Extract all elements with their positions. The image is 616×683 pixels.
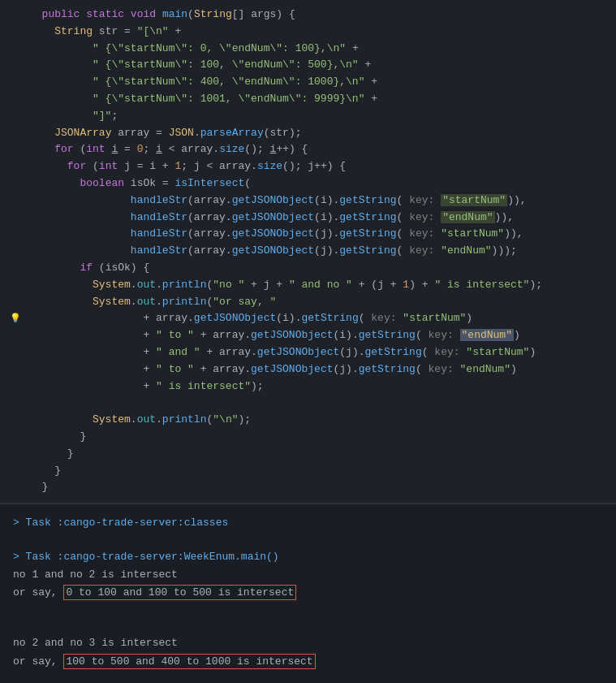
code-text	[29, 395, 616, 412]
code-line: }	[0, 429, 616, 446]
code-line	[0, 395, 616, 412]
code-line: }	[0, 446, 616, 463]
code-line: }	[0, 463, 616, 480]
code-text: " {\"startNum\": 1001, \"endNum\": 9999}…	[29, 91, 616, 108]
code-line: handleStr(array.getJSONObject(j).getStri…	[0, 226, 616, 243]
code-line: + " to " + array.getJSONObject(j).getStr…	[0, 361, 616, 378]
code-text: handleStr(array.getJSONObject(j).getStri…	[29, 226, 616, 243]
code-line: if (isOk) {	[0, 260, 616, 277]
code-text: " {\"startNum\": 0, \"endNum\": 100},\n"…	[29, 41, 616, 58]
code-line: public static void main(String[] args) {	[0, 6, 616, 24]
code-line: handleStr(array.getJSONObject(i).getStri…	[0, 210, 616, 227]
code-text: public static void main(String[] args) {	[29, 6, 616, 24]
terminal-blank-2	[13, 602, 603, 618]
code-text: }	[29, 429, 616, 446]
code-text: System.out.println("\n");	[29, 412, 616, 429]
code-text: String str = "[\n" +	[29, 24, 616, 41]
highlight-intersect-2: 100 to 500 and 400 to 1000 is intersect	[63, 654, 315, 669]
code-text: + " to " + array.getJSONObject(j).getStr…	[29, 361, 616, 378]
code-line: JSONArray array = JSON.parseArray(str);	[0, 125, 616, 142]
code-line: boolean isOk = isIntersect(	[0, 175, 616, 192]
terminal-blank	[13, 532, 603, 548]
code-text: if (isOk) {	[29, 260, 616, 277]
line-gutter-bulb: 💡	[8, 312, 23, 326]
code-line: "]";	[0, 108, 616, 125]
code-text: " {\"startNum\": 100, \"endNum\": 500},\…	[29, 57, 616, 74]
terminal-task-line-2: > Task :cango-trade-server:WeekEnum.main…	[13, 548, 603, 566]
code-line: " {\"startNum\": 1001, \"endNum\": 9999}…	[0, 91, 616, 108]
code-text: boolean isOk = isIntersect(	[29, 175, 616, 192]
terminal-blank-3	[13, 618, 603, 634]
code-line: + " and " + array.getJSONObject(j).getSt…	[0, 344, 616, 361]
terminal-output-3: no 2 and no 3 is intersect	[13, 634, 603, 652]
code-line: + " is intersect");	[0, 378, 616, 396]
terminal-task-line: > Task :cango-trade-server:classes	[13, 514, 603, 532]
code-line: for (int j = i + 1; j < array.size(); j+…	[0, 158, 616, 175]
code-text: JSONArray array = JSON.parseArray(str);	[29, 125, 616, 142]
code-text: System.out.println("or say, "	[29, 294, 616, 311]
code-line: " {\"startNum\": 400, \"endNum\": 1000},…	[0, 74, 616, 91]
code-line: + " to " + array.getJSONObject(i).getStr…	[0, 327, 616, 344]
code-text: "]";	[29, 108, 616, 125]
code-line: System.out.println("\n");	[0, 412, 616, 429]
code-text: handleStr(array.getJSONObject(i).getStri…	[29, 192, 616, 210]
terminal-output-1: no 1 and no 2 is intersect	[13, 566, 603, 584]
code-text: }	[29, 463, 616, 480]
code-line: " {\"startNum\": 0, \"endNum\": 100},\n"…	[0, 41, 616, 58]
code-text: handleStr(array.getJSONObject(j).getStri…	[29, 243, 616, 260]
code-line: handleStr(array.getJSONObject(j).getStri…	[0, 243, 616, 260]
code-text: System.out.println("no " + j + " and no …	[29, 277, 616, 294]
code-text: }	[29, 479, 616, 496]
code-editor: public static void main(String[] args) {…	[0, 0, 616, 504]
terminal-panel: > Task :cango-trade-server:classes > Tas…	[0, 504, 616, 683]
code-line: String str = "[\n" +	[0, 24, 616, 41]
code-line: }	[0, 479, 616, 496]
code-text: + " and " + array.getJSONObject(j).getSt…	[29, 344, 616, 361]
code-text: for (int j = i + 1; j < array.size(); j+…	[29, 158, 616, 175]
highlight-intersect-1: 0 to 100 and 100 to 500 is intersect	[63, 585, 296, 600]
terminal-output-2: or say, 0 to 100 and 100 to 500 is inter…	[13, 584, 603, 602]
code-text: + " to " + array.getJSONObject(i).getStr…	[29, 327, 616, 344]
code-line: " {\"startNum\": 100, \"endNum\": 500},\…	[0, 57, 616, 74]
code-text: }	[29, 446, 616, 463]
code-text: for (int i = 0; i < array.size(); i++) {	[29, 141, 616, 158]
code-line: System.out.println("no " + j + " and no …	[0, 277, 616, 294]
code-line: System.out.println("or say, "	[0, 294, 616, 311]
code-line: handleStr(array.getJSONObject(i).getStri…	[0, 192, 616, 210]
code-line: 💡 + array.getJSONObject(i).getString( ke…	[0, 310, 616, 327]
code-text: " {\"startNum\": 400, \"endNum\": 1000},…	[29, 74, 616, 91]
terminal-output-4: or say, 100 to 500 and 400 to 1000 is in…	[13, 653, 603, 671]
code-text: + array.getJSONObject(i).getString( key:…	[29, 310, 616, 327]
code-text: handleStr(array.getJSONObject(i).getStri…	[29, 210, 616, 227]
code-text: + " is intersect");	[29, 378, 616, 396]
code-line: for (int i = 0; i < array.size(); i++) {	[0, 141, 616, 158]
